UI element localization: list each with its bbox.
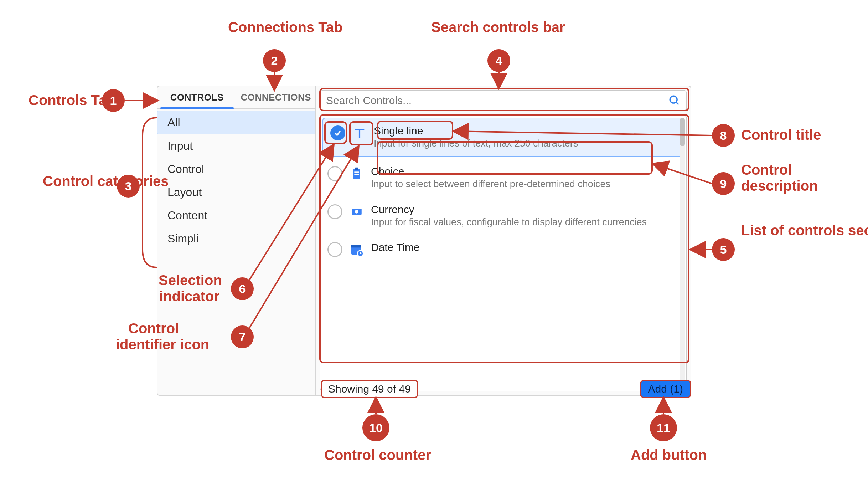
svg-text:Search controls bar: Search controls bar <box>431 19 565 35</box>
tabs: CONTROLS CONNECTIONS <box>157 86 315 109</box>
sidebar: CONTROLS CONNECTIONS All Input Control L… <box>157 86 316 395</box>
controls-panel: CONTROLS CONNECTIONS All Input Control L… <box>157 86 691 396</box>
control-description: Input to select between different pre-de… <box>371 178 610 190</box>
control-item[interactable]: Choice Input to select between different… <box>320 159 686 197</box>
svg-text:8: 8 <box>720 129 727 142</box>
control-item[interactable]: Single line Input for single lines of te… <box>322 118 684 157</box>
svg-text:Control categories: Control categories <box>43 173 169 189</box>
search-icon <box>668 94 681 107</box>
search-input[interactable] <box>326 94 668 107</box>
svg-text:3: 3 <box>125 179 132 193</box>
svg-point-20 <box>117 175 140 198</box>
calendar-icon <box>348 241 365 258</box>
svg-point-0 <box>670 96 677 103</box>
clipboard-icon <box>348 165 365 183</box>
selection-indicator[interactable] <box>330 125 345 140</box>
svg-point-55 <box>362 414 389 441</box>
svg-text:5: 5 <box>720 243 727 256</box>
main-area: Single line Input for single lines of te… <box>316 86 691 395</box>
selection-indicator[interactable] <box>327 242 342 257</box>
text-icon <box>351 125 368 142</box>
tab-connections[interactable]: CONNECTIONS <box>237 86 316 108</box>
category-layout[interactable]: Layout <box>157 181 315 204</box>
svg-text:Control: Control <box>741 162 792 178</box>
svg-point-28 <box>712 238 735 261</box>
svg-text:Connections Tab: Connections Tab <box>228 19 342 35</box>
selection-indicator[interactable] <box>327 166 342 181</box>
control-title: Single line <box>374 125 578 137</box>
svg-text:Control counter: Control counter <box>324 447 431 463</box>
svg-rect-9 <box>351 245 361 248</box>
svg-line-1 <box>676 102 678 104</box>
control-counter: Showing 49 of 49 <box>321 380 418 398</box>
search-bar[interactable] <box>320 90 687 111</box>
scrollbar[interactable] <box>680 118 685 382</box>
category-input[interactable]: Input <box>157 134 315 158</box>
control-title: Choice <box>371 165 610 178</box>
svg-text:description: description <box>741 178 818 194</box>
control-description: Input for single lines of text, max 250 … <box>374 138 578 150</box>
svg-point-23 <box>487 49 510 72</box>
svg-point-12 <box>102 89 125 112</box>
svg-text:11: 11 <box>657 421 670 435</box>
svg-point-45 <box>712 124 735 147</box>
control-item[interactable]: Currency Input for fiscal values, config… <box>320 197 686 235</box>
control-description: Input for fiscal values, configurable to… <box>371 216 647 229</box>
category-content[interactable]: Content <box>157 204 315 227</box>
svg-text:9: 9 <box>720 177 727 190</box>
svg-text:Controls Tab: Controls Tab <box>29 92 115 108</box>
control-item[interactable]: Date Time <box>320 235 686 265</box>
svg-text:4: 4 <box>496 54 502 67</box>
category-all[interactable]: All <box>157 111 315 134</box>
control-title: Currency <box>371 204 647 216</box>
category-control[interactable]: Control <box>157 158 315 181</box>
controls-list-section: Single line Input for single lines of te… <box>320 115 687 391</box>
category-list: All Input Control Layout Content Simpli <box>157 109 315 252</box>
svg-text:2: 2 <box>271 54 278 67</box>
svg-rect-3 <box>355 167 358 170</box>
add-button[interactable]: Add (1) <box>640 380 691 398</box>
svg-text:Add button: Add button <box>631 447 707 463</box>
svg-point-50 <box>712 172 735 195</box>
category-simpli[interactable]: Simpli <box>157 227 315 250</box>
selection-indicator[interactable] <box>327 204 342 219</box>
control-title: Date Time <box>371 241 420 253</box>
svg-point-59 <box>650 414 677 441</box>
tab-controls[interactable]: CONTROLS <box>157 86 237 108</box>
footer: Showing 49 of 49 Add (1) <box>321 380 691 398</box>
svg-rect-5 <box>354 174 359 175</box>
svg-rect-4 <box>354 171 359 173</box>
svg-text:10: 10 <box>369 421 383 435</box>
currency-icon <box>348 204 365 221</box>
svg-point-16 <box>263 49 286 72</box>
svg-text:Control title: Control title <box>741 127 821 143</box>
svg-text:List of controls section: List of controls section <box>741 222 868 238</box>
svg-text:1: 1 <box>110 94 117 107</box>
svg-point-7 <box>355 210 358 213</box>
controls-list: Single line Input for single lines of te… <box>320 116 686 391</box>
